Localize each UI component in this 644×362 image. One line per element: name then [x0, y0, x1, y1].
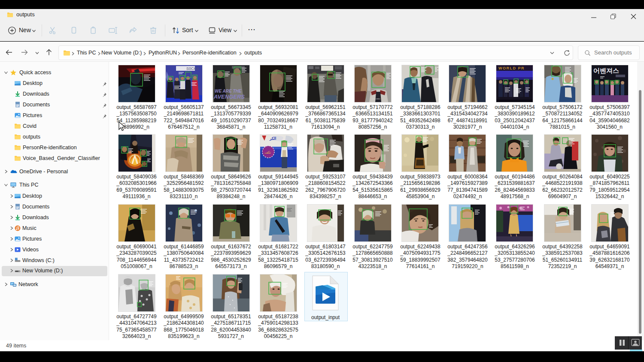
svg-text:AVENGERS: AVENGERS — [213, 94, 245, 100]
svg-text:WATCHED: WATCHED — [372, 98, 380, 100]
svg-text:어벤져스: 어벤져스 — [593, 67, 619, 74]
svg-text:الكر: الكر — [269, 136, 276, 141]
svg-text:تكف: تكف — [264, 151, 271, 154]
svg-text:WORLD PR: WORLD PR — [498, 66, 525, 70]
svg-text:WE ARE THE: WE ARE THE — [215, 89, 242, 94]
svg-text:S0CKS: S0CKS — [186, 66, 199, 71]
